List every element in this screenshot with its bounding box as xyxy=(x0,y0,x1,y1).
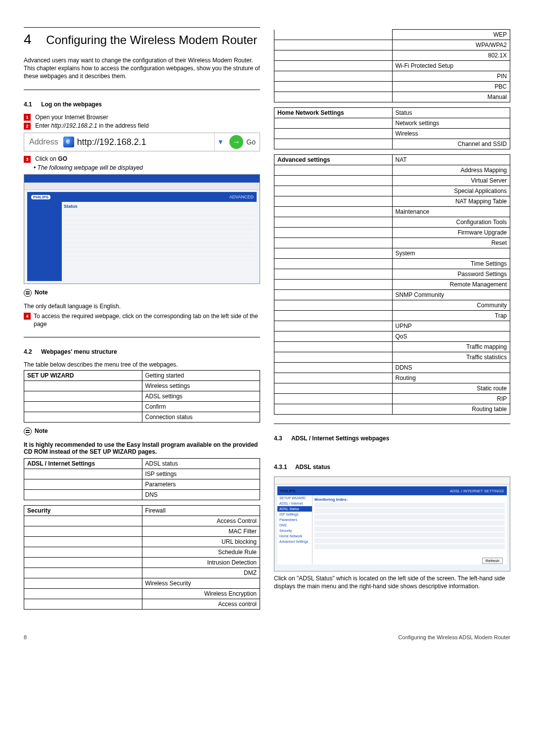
section-4-3-heading: 4.3 ADSL / Internet Settings webpages xyxy=(274,435,510,442)
router-status-screenshot: PHILIPS ADVANCED Status xyxy=(24,174,260,284)
security-table-continued: WEP WPA/WPA2 802.1X Wi-Fi Protected Setu… xyxy=(274,29,510,102)
philips-logo: PHILIPS xyxy=(280,489,296,493)
adsl-status-description: Click on "ADSL Status" which is located … xyxy=(274,574,510,590)
go-text[interactable]: Go xyxy=(246,138,260,146)
section-4-2-desc: The table below describes the menu tree … xyxy=(24,361,260,368)
left-column: 4 Configuring the Wireless Modem Router … xyxy=(24,27,260,614)
step-number-box: 2 xyxy=(24,123,31,130)
ie-icon xyxy=(63,137,74,147)
section-4-3-1-heading: 4.3.1 ADSL status xyxy=(274,464,510,471)
step-3-bullet: • The following webpage will be displaye… xyxy=(24,164,260,171)
step-number-box: 1 xyxy=(24,114,31,121)
footer-title: Configuring the Wireless ADSL Modem Rout… xyxy=(399,634,510,640)
refresh-button[interactable]: Refresh xyxy=(482,558,503,564)
chapter-title: Configuring the Wireless Modem Router xyxy=(46,33,257,47)
advanced-settings-table: Advanced settingsNAT Address Mapping Vir… xyxy=(274,154,510,415)
address-bar: Address http://192.168.2.1 ▾ → Go xyxy=(24,133,260,151)
note-body: The only default language is English. xyxy=(24,303,260,310)
address-url[interactable]: http://192.168.2.1 xyxy=(77,137,215,147)
philips-logo: PHILIPS xyxy=(30,194,51,200)
note-heading: Note xyxy=(24,289,260,297)
chapter-header: 4 Configuring the Wireless Modem Router xyxy=(24,32,260,47)
step-4: 4 To access the required webpage, click … xyxy=(24,313,260,328)
note-heading: Note xyxy=(24,427,260,435)
chevron-down-icon[interactable]: ▾ xyxy=(214,133,226,151)
step-number-box: 4 xyxy=(24,313,31,320)
adsl-status-screenshot: PHILIPS ADSL / INTERNET SETTINGS SETUP W… xyxy=(274,476,510,571)
step-1: 1 Open your Internet Browser xyxy=(24,114,260,121)
page-footer: 8 Configuring the Wireless ADSL Modem Ro… xyxy=(24,634,510,640)
page-number: 8 xyxy=(24,634,27,640)
adsl-internet-table: ADSL / Internet SettingsADSL status ISP … xyxy=(24,458,260,500)
chapter-number: 4 xyxy=(24,32,44,47)
security-table: SecurityFirewall Access Control MAC Filt… xyxy=(24,505,260,610)
note-body: It is highly recommended to use the Easy… xyxy=(24,441,260,455)
section-4-2-heading: 4.2 Webpages' menu structure xyxy=(24,348,260,355)
note-icon xyxy=(24,427,32,435)
note-icon xyxy=(24,289,32,297)
step-number-box: 3 xyxy=(24,156,31,163)
set-up-wizard-table: SET UP WIZARDGetting started Wireless se… xyxy=(24,370,260,423)
home-network-table: Home Network SettingsStatus Network sett… xyxy=(274,107,510,149)
section-4-1-heading: 4.1 Log on the webpages xyxy=(24,101,260,108)
step-3: 3 Click on GO xyxy=(24,155,260,163)
right-column: WEP WPA/WPA2 802.1X Wi-Fi Protected Setu… xyxy=(274,27,510,614)
step-2: 2 Enter http://192.168.2.1 in the addres… xyxy=(24,122,260,130)
address-label: Address xyxy=(24,138,63,146)
go-arrow-icon[interactable]: → xyxy=(229,135,243,149)
chapter-intro: Advanced users may want to change the co… xyxy=(24,56,260,81)
